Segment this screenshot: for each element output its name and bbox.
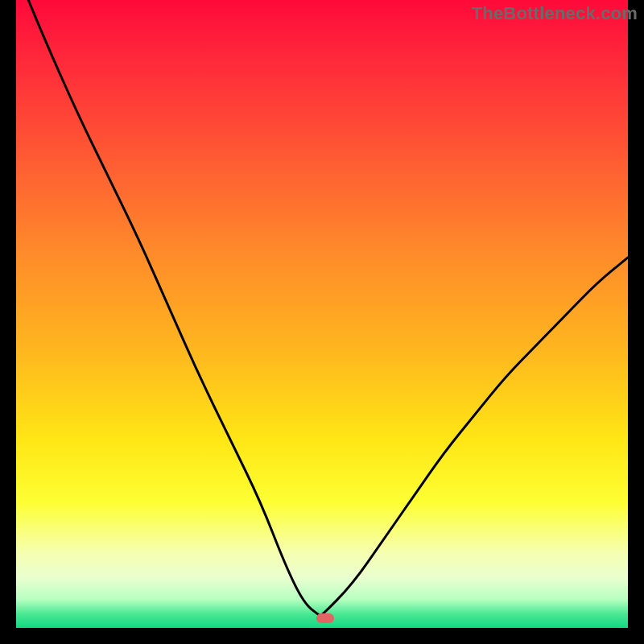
watermark-label: TheBottleneck.com (472, 3, 638, 24)
bottleneck-curve (16, 0, 628, 628)
optimal-marker (316, 613, 334, 623)
chart-frame: TheBottleneck.com (0, 0, 644, 644)
plot-area (16, 0, 628, 628)
bottleneck-curve-path (28, 0, 628, 615)
